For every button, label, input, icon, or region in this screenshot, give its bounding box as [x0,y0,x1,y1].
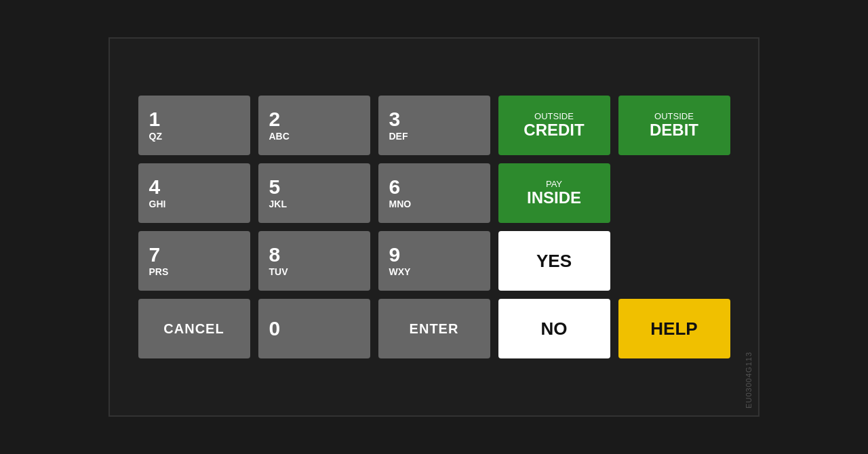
key-1[interactable]: 1 QZ [138,96,250,155]
key-4[interactable]: 4 GHI [138,163,250,223]
outside-debit-button[interactable]: OUTSIDE DEBIT [618,96,730,155]
outside-debit-bottom: DEBIT [650,121,698,139]
key-3-letters: DEF [389,131,408,142]
key-8-letters: TUV [269,266,288,277]
key-6-letters: MNO [389,199,412,209]
help-label: HELP [650,318,697,339]
empty-slot-2 [618,231,730,291]
button-grid: 1 QZ 2 ABC 3 DEF OUTSIDE CREDIT OUTSIDE … [118,75,751,379]
key-5-number: 5 [269,177,281,197]
key-4-letters: GHI [149,199,166,209]
outside-credit-bottom: CREDIT [524,121,584,139]
cancel-label: CANCEL [163,321,224,337]
key-1-letters: QZ [149,131,162,142]
outside-debit-top: OUTSIDE [654,112,694,121]
key-7-number: 7 [149,245,161,265]
key-6-number: 6 [389,177,401,197]
key-9[interactable]: 9 WXY [378,231,490,291]
yes-button[interactable]: YES [498,231,610,291]
key-3[interactable]: 3 DEF [378,96,490,155]
watermark-text: EU03004G113 [745,352,753,409]
no-label: NO [541,318,568,339]
key-5-letters: JKL [269,199,287,209]
key-9-letters: WXY [389,266,411,277]
no-button[interactable]: NO [498,299,610,358]
enter-label: ENTER [410,321,459,337]
key-6[interactable]: 6 MNO [378,163,490,223]
yes-label: YES [536,251,572,272]
key-7-letters: PRS [149,266,169,277]
pay-inside-top: PAY [546,180,562,189]
empty-slot-1 [618,163,730,223]
key-4-number: 4 [149,177,161,197]
key-0[interactable]: 0 [258,299,370,358]
outside-credit-button[interactable]: OUTSIDE CREDIT [498,96,610,155]
key-2-letters: ABC [269,131,290,142]
key-2[interactable]: 2 ABC [258,96,370,155]
key-5[interactable]: 5 JKL [258,163,370,223]
outside-credit-top: OUTSIDE [534,112,574,121]
key-2-number: 2 [269,109,281,129]
key-8[interactable]: 8 TUV [258,231,370,291]
cancel-button[interactable]: CANCEL [138,299,250,358]
enter-button[interactable]: ENTER [378,299,490,358]
key-7[interactable]: 7 PRS [138,231,250,291]
pay-inside-button[interactable]: PAY INSIDE [498,163,610,223]
key-8-number: 8 [269,245,281,265]
pay-inside-bottom: INSIDE [527,189,581,207]
key-9-number: 9 [389,245,401,265]
help-button[interactable]: HELP [618,299,730,358]
key-1-number: 1 [149,109,161,129]
key-0-number: 0 [269,317,281,340]
key-3-number: 3 [389,109,401,129]
keypad-panel: 1 QZ 2 ABC 3 DEF OUTSIDE CREDIT OUTSIDE … [108,37,760,417]
